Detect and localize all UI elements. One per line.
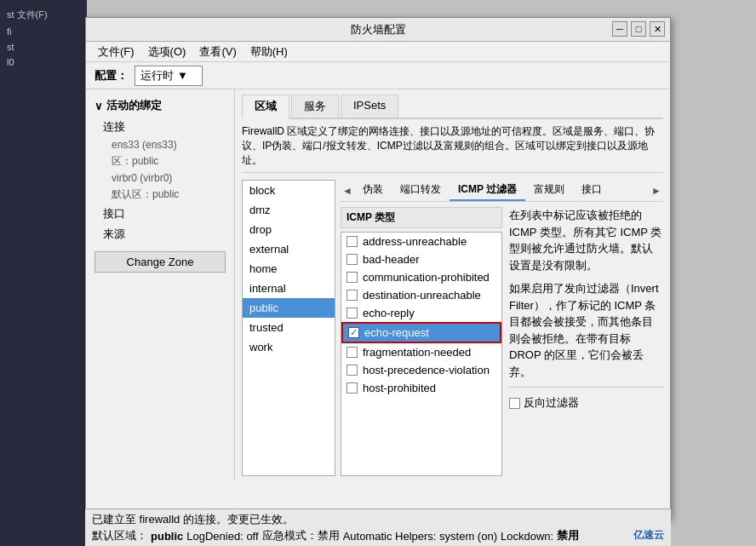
icmp-item-destination-unreachable[interactable]: destination-unreachable bbox=[341, 286, 501, 304]
icmp-right-panel: 在列表中标记应该被拒绝的 ICMP 类型。所有其它 ICMP 类型则被允许通过防… bbox=[509, 207, 663, 476]
zone-area: block dmz drop external home internal pu… bbox=[242, 180, 663, 476]
icmp-nav-tabs: 伪装 端口转发 ICMP 过滤器 富规则 接口 bbox=[354, 180, 650, 201]
zone-item-dmz[interactable]: dmz bbox=[243, 200, 335, 220]
sidebar-subitem-virbr0: virbr0 (virbr0) bbox=[86, 170, 234, 186]
title-bar-controls: ─ □ ✕ bbox=[612, 21, 665, 37]
sidebar-item-connection-label: 连接 bbox=[86, 117, 234, 137]
sidebar-subitem-virbr0-zone: 默认区：public bbox=[86, 186, 234, 204]
zone-item-drop[interactable]: drop bbox=[243, 220, 335, 239]
icmp-checkbox-host-precedence-violation[interactable] bbox=[346, 365, 358, 376]
window-title: 防火墙配置 bbox=[351, 22, 406, 37]
sidebar-active-bindings: ∨ 活动的绑定 bbox=[86, 95, 234, 117]
icmp-content: ICMP 类型 address-unreachable bad-header bbox=[341, 207, 663, 476]
tab-bar: 区域 服务 IPSets bbox=[242, 95, 663, 119]
config-label: 配置： bbox=[94, 68, 128, 83]
zone-item-external[interactable]: external bbox=[243, 239, 335, 259]
left-edge-item-fi: fi bbox=[3, 25, 83, 38]
tab-ipsets[interactable]: IPSets bbox=[341, 95, 398, 118]
zone-item-block[interactable]: block bbox=[243, 181, 335, 200]
config-bar: 配置： 运行时 ▼ bbox=[86, 62, 670, 89]
left-edge-item-l0: l0 bbox=[3, 55, 83, 69]
icmp-item-host-precedence-violation[interactable]: host-precedence-violation bbox=[341, 361, 501, 379]
invert-filter-label: 反向过滤器 bbox=[524, 394, 579, 411]
zone-item-work[interactable]: work bbox=[243, 337, 335, 357]
icmp-tab-icmp-filter[interactable]: ICMP 过滤器 bbox=[450, 180, 525, 201]
status-default-zone-value: public bbox=[151, 530, 183, 543]
chevron-down-icon: ▼ bbox=[177, 69, 188, 82]
left-edge-item-st: st bbox=[3, 40, 83, 54]
menu-view[interactable]: 查看(V) bbox=[194, 43, 241, 60]
status-emergency: 应急模式：禁用 bbox=[262, 528, 340, 543]
sidebar: ∨ 活动的绑定 连接 ens33 (ens33) 区：public virbr0… bbox=[86, 89, 235, 481]
menu-bar: 文件(F) 选项(O) 查看(V) 帮助(H) bbox=[86, 42, 670, 62]
icmp-tab-rich-rules[interactable]: 富规则 bbox=[525, 180, 573, 201]
icmp-list[interactable]: address-unreachable bad-header communica… bbox=[341, 232, 502, 476]
left-edge-item: st 文件(F) bbox=[3, 7, 83, 23]
status-log-denied: LogDenied: off bbox=[186, 530, 258, 543]
status-line-1: 已建立至 firewalld 的连接。变更已生效。 bbox=[92, 512, 664, 527]
icmp-item-echo-reply[interactable]: echo-reply bbox=[341, 304, 501, 322]
icmp-left-panel: ICMP 类型 address-unreachable bad-header bbox=[341, 207, 502, 476]
status-lockdown-label: Lockdown: bbox=[501, 530, 553, 543]
sidebar-item-source: 来源 bbox=[86, 224, 234, 244]
zone-item-internal[interactable]: internal bbox=[243, 279, 335, 298]
icmp-item-host-prohibited[interactable]: host-prohibited bbox=[341, 379, 501, 397]
change-zone-button[interactable]: Change Zone bbox=[94, 251, 226, 273]
tab-service[interactable]: 服务 bbox=[291, 95, 339, 118]
status-text-1: 已建立至 firewalld 的连接。变更已生效。 bbox=[92, 512, 294, 527]
sidebar-subitem-ens33-zone: 区：public bbox=[86, 152, 234, 170]
status-bar: 已建立至 firewalld 的连接。变更已生效。 默认区域： public L… bbox=[85, 509, 671, 546]
status-lockdown-value: 禁用 bbox=[557, 528, 579, 543]
title-bar: 防火墙配置 ─ □ ✕ bbox=[86, 18, 670, 42]
main-content: ∨ 活动的绑定 连接 ens33 (ens33) 区：public virbr0… bbox=[86, 89, 670, 481]
zone-list[interactable]: block dmz drop external home internal pu… bbox=[242, 180, 335, 476]
icmp-checkbox-bad-header[interactable] bbox=[346, 254, 358, 265]
minimize-button[interactable]: ─ bbox=[612, 21, 627, 37]
icmp-area: ◄ 伪装 端口转发 ICMP 过滤器 富规则 接口 ► bbox=[341, 180, 663, 476]
close-button[interactable]: ✕ bbox=[650, 21, 665, 37]
icmp-checkbox-address-unreachable[interactable] bbox=[346, 236, 358, 247]
icmp-nav: ◄ 伪装 端口转发 ICMP 过滤器 富规则 接口 ► bbox=[341, 180, 663, 202]
sidebar-bottom: Change Zone bbox=[86, 244, 234, 279]
tab-zone[interactable]: 区域 bbox=[242, 95, 289, 119]
status-line-2: 默认区域： public LogDenied: off 应急模式：禁用 Auto… bbox=[92, 528, 664, 543]
restore-button[interactable]: □ bbox=[631, 21, 646, 37]
sidebar-subitem-ens33: ens33 (ens33) bbox=[86, 137, 234, 152]
icmp-tab-interface[interactable]: 接口 bbox=[573, 180, 610, 201]
main-window: 防火墙配置 ─ □ ✕ 文件(F) 选项(O) 查看(V) 帮助(H) 配置： … bbox=[85, 17, 671, 520]
invert-filter-section: 反向过滤器 bbox=[509, 387, 663, 411]
config-dropdown-value: 运行时 bbox=[140, 68, 174, 83]
zone-item-public[interactable]: public bbox=[243, 298, 335, 318]
icmp-nav-right-arrow[interactable]: ► bbox=[650, 185, 663, 197]
icmp-nav-left-arrow[interactable]: ◄ bbox=[341, 185, 354, 197]
chevron-down-icon: ∨ bbox=[94, 100, 103, 112]
invert-filter-checkbox[interactable] bbox=[509, 398, 520, 409]
status-auto-helpers: Automatic Helpers: system (on) bbox=[343, 530, 497, 543]
menu-help[interactable]: 帮助(H) bbox=[245, 43, 293, 60]
menu-file[interactable]: 文件(F) bbox=[93, 43, 140, 60]
menu-options[interactable]: 选项(O) bbox=[143, 43, 192, 60]
logo-bottom: 亿速云 bbox=[633, 528, 664, 543]
icmp-tab-port-forward[interactable]: 端口转发 bbox=[392, 180, 450, 201]
icmp-checkbox-echo-request[interactable]: ✓ bbox=[348, 327, 359, 338]
zone-item-trusted[interactable]: trusted bbox=[243, 318, 335, 337]
config-dropdown[interactable]: 运行时 ▼ bbox=[135, 66, 203, 86]
icmp-checkbox-host-prohibited[interactable] bbox=[346, 382, 358, 394]
icmp-type-label: ICMP 类型 bbox=[341, 207, 502, 228]
checkmark-icon: ✓ bbox=[350, 327, 358, 338]
sidebar-item-interface: 接口 bbox=[86, 204, 234, 224]
icmp-checkbox-communication-prohibited[interactable] bbox=[346, 272, 358, 283]
icmp-item-fragmentation-needed[interactable]: fragmentation-needed bbox=[341, 343, 501, 361]
left-edge-panel: st 文件(F) fi st l0 bbox=[0, 0, 87, 546]
zone-description: FirewallD 区域定义了绑定的网络连接、接口以及源地址的可信程度。区域是服… bbox=[242, 124, 663, 173]
icmp-tab-masquerade[interactable]: 伪装 bbox=[354, 180, 392, 201]
icmp-item-address-unreachable[interactable]: address-unreachable bbox=[341, 233, 501, 250]
zone-item-home[interactable]: home bbox=[243, 259, 335, 279]
right-panel: 区域 服务 IPSets FirewallD 区域定义了绑定的网络连接、接口以及… bbox=[235, 89, 670, 481]
icmp-item-bad-header[interactable]: bad-header bbox=[341, 250, 501, 268]
icmp-item-echo-request[interactable]: ✓ echo-request bbox=[341, 322, 501, 343]
icmp-checkbox-destination-unreachable[interactable] bbox=[346, 290, 358, 301]
icmp-checkbox-fragmentation-needed[interactable] bbox=[346, 347, 358, 358]
icmp-item-communication-prohibited[interactable]: communication-prohibited bbox=[341, 268, 501, 286]
icmp-checkbox-echo-reply[interactable] bbox=[346, 307, 358, 319]
